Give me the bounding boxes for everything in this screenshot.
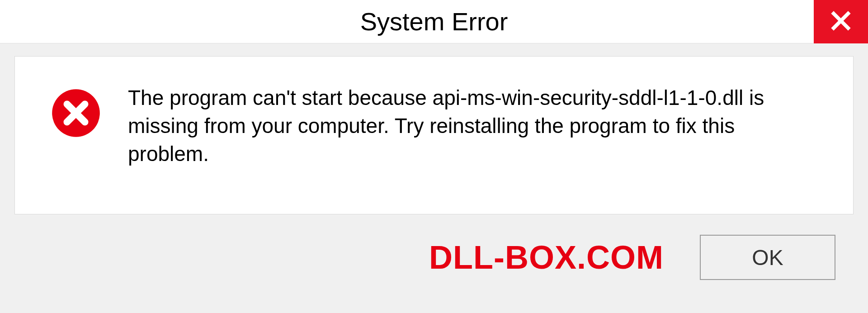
close-button[interactable]: [814, 0, 868, 43]
dialog-footer: DLL-BOX.COM OK: [14, 214, 854, 300]
error-icon: [51, 88, 101, 140]
dialog-content: The program can't start because api-ms-w…: [14, 56, 854, 214]
close-icon: [830, 10, 852, 33]
error-message: The program can't start because api-ms-w…: [128, 84, 826, 168]
dialog-title: System Error: [360, 7, 508, 36]
watermark-text: DLL-BOX.COM: [429, 239, 664, 276]
ok-button[interactable]: OK: [700, 235, 835, 280]
titlebar: System Error: [0, 0, 868, 43]
